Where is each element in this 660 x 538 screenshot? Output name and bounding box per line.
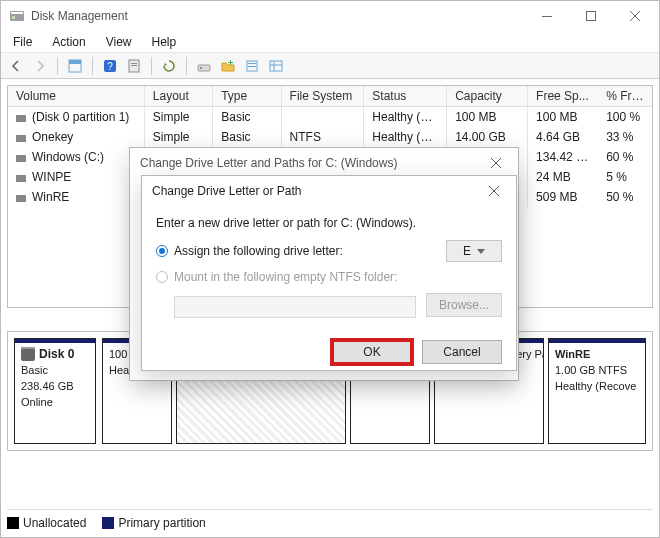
dialog2-title: Change Drive Letter or Path	[152, 184, 476, 198]
dialog2-prompt: Enter a new drive letter or path for C: …	[156, 216, 502, 230]
maximize-button[interactable]	[569, 2, 613, 30]
radio-mount-label: Mount in the following empty NTFS folder…	[174, 270, 397, 284]
dialog1-close-icon[interactable]	[478, 151, 514, 175]
dialog-change-letter: Change Drive Letter or Path Enter a new …	[141, 175, 517, 371]
col-filesystem[interactable]: File System	[282, 86, 365, 106]
radio-assign-label: Assign the following drive letter:	[174, 244, 343, 258]
legend: Unallocated Primary partition	[7, 509, 653, 531]
volume-icon	[16, 154, 26, 162]
radio-assign-letter[interactable]	[156, 245, 168, 257]
minimize-button[interactable]	[525, 2, 569, 30]
svg-text:?: ?	[107, 61, 113, 72]
dialog1-title: Change Drive Letter and Paths for C: (Wi…	[140, 156, 478, 170]
window-title: Disk Management	[31, 9, 128, 23]
window-titlebar: Disk Management	[1, 1, 659, 31]
col-capacity[interactable]: Capacity	[447, 86, 528, 106]
toolbar: ?	[1, 53, 659, 79]
svg-rect-1	[11, 12, 23, 14]
disk-size: 238.46 GB	[21, 379, 89, 395]
app-icon	[9, 8, 25, 24]
col-volume[interactable]: Volume	[8, 86, 145, 106]
dialog2-cancel-button[interactable]: Cancel	[422, 340, 502, 364]
svg-rect-13	[131, 65, 137, 66]
browse-button: Browse...	[426, 293, 502, 317]
col-status[interactable]: Status	[364, 86, 447, 106]
svg-rect-17	[228, 62, 233, 63]
radio-mount-folder[interactable]	[156, 271, 168, 283]
svg-rect-12	[131, 63, 137, 64]
svg-rect-14	[198, 65, 210, 71]
table-row[interactable]: OnekeySimpleBasicNTFSHealthy (R...14.00 …	[8, 127, 652, 147]
menu-file[interactable]: File	[3, 32, 42, 52]
window-controls	[525, 2, 657, 30]
forward-icon[interactable]	[29, 55, 51, 77]
col-pctfree[interactable]: % Free	[598, 86, 652, 106]
properties-icon[interactable]	[123, 55, 145, 77]
col-layout[interactable]: Layout	[145, 86, 213, 106]
volume-icon	[16, 134, 26, 142]
panel-view-icon[interactable]	[64, 55, 86, 77]
close-button[interactable]	[613, 2, 657, 30]
disk-info-box[interactable]: Disk 0 Basic 238.46 GB Online	[14, 338, 96, 444]
menu-help[interactable]: Help	[142, 32, 187, 52]
menu-view[interactable]: View	[96, 32, 142, 52]
menu-action[interactable]: Action	[42, 32, 95, 52]
ntfs-folder-input	[174, 296, 416, 318]
volume-icon	[16, 194, 26, 202]
svg-rect-8	[69, 60, 81, 64]
settings-list-icon[interactable]	[241, 55, 263, 77]
chevron-down-icon	[477, 249, 485, 254]
legend-unallocated: Unallocated	[7, 516, 86, 530]
col-freespace[interactable]: Free Sp...	[528, 86, 598, 106]
dialog2-ok-button[interactable]: OK	[332, 340, 412, 364]
menubar: File Action View Help	[1, 31, 659, 53]
svg-rect-3	[542, 16, 552, 17]
disk-state: Online	[21, 395, 89, 411]
table-row[interactable]: (Disk 0 partition 1)SimpleBasicHealthy (…	[8, 107, 652, 127]
disk-details: Basic 238.46 GB Online	[15, 361, 95, 417]
volume-icon	[16, 174, 26, 182]
disk-type: Basic	[21, 363, 89, 379]
svg-rect-20	[248, 66, 256, 67]
disk-icon	[21, 347, 35, 361]
drive-letter-value: E	[463, 244, 471, 258]
svg-rect-4	[587, 12, 596, 21]
refresh-icon[interactable]	[158, 55, 180, 77]
detail-view-icon[interactable]	[265, 55, 287, 77]
volume-icon	[16, 114, 26, 122]
col-type[interactable]: Type	[213, 86, 281, 106]
new-folder-icon[interactable]	[217, 55, 239, 77]
help-icon[interactable]: ?	[99, 55, 121, 77]
dialog2-close-icon[interactable]	[476, 179, 512, 203]
disk-label: Disk 0	[39, 347, 74, 361]
svg-rect-21	[270, 61, 282, 71]
svg-point-15	[200, 67, 202, 69]
partition-box[interactable]: WinRE1.00 GB NTFSHealthy (Recove	[548, 338, 646, 444]
rescan-icon[interactable]	[193, 55, 215, 77]
legend-primary: Primary partition	[102, 516, 205, 530]
back-icon[interactable]	[5, 55, 27, 77]
svg-rect-19	[248, 63, 256, 64]
drive-letter-select[interactable]: E	[446, 240, 502, 262]
svg-rect-2	[12, 16, 15, 19]
volume-list-header: Volume Layout Type File System Status Ca…	[8, 86, 652, 107]
